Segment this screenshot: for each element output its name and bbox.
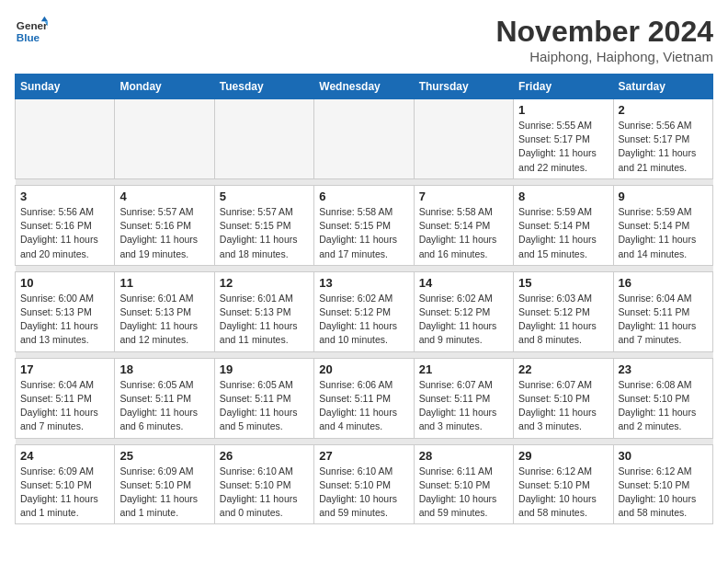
day-cell: 20Sunrise: 6:06 AM Sunset: 5:11 PM Dayli…: [314, 358, 414, 438]
day-number: 13: [319, 276, 408, 290]
weekday-header-sunday: Sunday: [16, 75, 115, 99]
day-number: 24: [20, 449, 109, 463]
title-block: November 2024 Haiphong, Haiphong, Vietna…: [495, 15, 713, 64]
day-number: 19: [220, 362, 309, 376]
day-number: 6: [319, 190, 408, 203]
day-cell: 30Sunrise: 6:12 AM Sunset: 5:10 PM Dayli…: [613, 444, 712, 524]
day-number: 8: [518, 190, 608, 203]
day-cell: 7Sunrise: 5:58 AM Sunset: 5:14 PM Daylig…: [414, 185, 513, 265]
day-number: 28: [419, 449, 508, 463]
day-cell: 25Sunrise: 6:09 AM Sunset: 5:10 PM Dayli…: [115, 444, 214, 524]
day-cell: 4Sunrise: 5:57 AM Sunset: 5:16 PM Daylig…: [115, 185, 214, 265]
day-info: Sunrise: 6:12 AM Sunset: 5:10 PM Dayligh…: [518, 465, 608, 521]
day-cell: 17Sunrise: 6:04 AM Sunset: 5:11 PM Dayli…: [16, 358, 115, 438]
day-number: 11: [119, 276, 209, 290]
day-info: Sunrise: 6:10 AM Sunset: 5:10 PM Dayligh…: [319, 465, 408, 521]
day-number: 1: [518, 103, 608, 117]
day-info: Sunrise: 6:05 AM Sunset: 5:11 PM Dayligh…: [220, 378, 309, 434]
day-number: 26: [220, 449, 309, 463]
week-separator: [16, 265, 713, 271]
day-info: Sunrise: 6:05 AM Sunset: 5:11 PM Dayligh…: [119, 378, 209, 434]
weekday-header-monday: Monday: [115, 75, 214, 99]
day-number: 30: [619, 449, 708, 463]
day-info: Sunrise: 6:03 AM Sunset: 5:12 PM Dayligh…: [518, 292, 608, 348]
day-cell: [414, 99, 513, 179]
week-row-2: 3Sunrise: 5:56 AM Sunset: 5:16 PM Daylig…: [16, 185, 713, 265]
day-info: Sunrise: 5:59 AM Sunset: 5:14 PM Dayligh…: [619, 205, 708, 261]
day-cell: 3Sunrise: 5:56 AM Sunset: 5:16 PM Daylig…: [16, 185, 115, 265]
svg-text:Blue: Blue: [17, 31, 40, 43]
day-info: Sunrise: 6:12 AM Sunset: 5:10 PM Dayligh…: [619, 465, 708, 521]
day-info: Sunrise: 6:09 AM Sunset: 5:10 PM Dayligh…: [20, 465, 109, 521]
day-info: Sunrise: 6:02 AM Sunset: 5:12 PM Dayligh…: [419, 292, 508, 348]
day-info: Sunrise: 6:09 AM Sunset: 5:10 PM Dayligh…: [119, 465, 209, 521]
day-number: 15: [518, 276, 608, 290]
page-header: General Blue November 2024 Haiphong, Hai…: [15, 15, 713, 64]
day-info: Sunrise: 6:02 AM Sunset: 5:12 PM Dayligh…: [319, 292, 408, 348]
week-separator: [16, 178, 713, 185]
day-cell: [115, 99, 214, 179]
day-info: Sunrise: 6:07 AM Sunset: 5:11 PM Dayligh…: [419, 378, 508, 434]
day-cell: 15Sunrise: 6:03 AM Sunset: 5:12 PM Dayli…: [514, 271, 613, 351]
day-cell: 21Sunrise: 6:07 AM Sunset: 5:11 PM Dayli…: [414, 358, 513, 438]
day-cell: 27Sunrise: 6:10 AM Sunset: 5:10 PM Dayli…: [314, 444, 414, 524]
day-number: 5: [220, 190, 309, 203]
week-row-3: 10Sunrise: 6:00 AM Sunset: 5:13 PM Dayli…: [16, 271, 713, 351]
day-cell: 10Sunrise: 6:00 AM Sunset: 5:13 PM Dayli…: [16, 271, 115, 351]
weekday-header-tuesday: Tuesday: [214, 75, 313, 99]
day-info: Sunrise: 6:07 AM Sunset: 5:10 PM Dayligh…: [518, 378, 608, 434]
day-cell: [16, 99, 115, 179]
day-cell: 19Sunrise: 6:05 AM Sunset: 5:11 PM Dayli…: [214, 358, 313, 438]
day-cell: 23Sunrise: 6:08 AM Sunset: 5:10 PM Dayli…: [613, 358, 712, 438]
day-cell: 13Sunrise: 6:02 AM Sunset: 5:12 PM Dayli…: [314, 271, 414, 351]
day-info: Sunrise: 5:55 AM Sunset: 5:17 PM Dayligh…: [518, 119, 608, 175]
month-title: November 2024: [495, 15, 713, 49]
day-number: 12: [220, 276, 309, 290]
calendar-table: SundayMondayTuesdayWednesdayThursdayFrid…: [15, 74, 713, 524]
day-cell: 1Sunrise: 5:55 AM Sunset: 5:17 PM Daylig…: [514, 99, 613, 179]
day-number: 10: [20, 276, 109, 290]
day-cell: [214, 99, 313, 179]
day-number: 27: [319, 449, 408, 463]
day-info: Sunrise: 5:56 AM Sunset: 5:16 PM Dayligh…: [20, 205, 109, 261]
day-cell: 6Sunrise: 5:58 AM Sunset: 5:15 PM Daylig…: [314, 185, 414, 265]
day-cell: 14Sunrise: 6:02 AM Sunset: 5:12 PM Dayli…: [414, 271, 513, 351]
day-number: 20: [319, 362, 408, 376]
week-row-4: 17Sunrise: 6:04 AM Sunset: 5:11 PM Dayli…: [16, 358, 713, 438]
logo-icon: General Blue: [15, 15, 48, 48]
day-cell: 8Sunrise: 5:59 AM Sunset: 5:14 PM Daylig…: [514, 185, 613, 265]
day-number: 3: [20, 190, 109, 203]
day-info: Sunrise: 6:11 AM Sunset: 5:10 PM Dayligh…: [419, 465, 508, 521]
day-number: 9: [619, 190, 708, 203]
day-info: Sunrise: 6:00 AM Sunset: 5:13 PM Dayligh…: [20, 292, 109, 348]
day-info: Sunrise: 5:57 AM Sunset: 5:16 PM Dayligh…: [119, 205, 209, 261]
day-number: 22: [518, 362, 608, 376]
day-info: Sunrise: 5:59 AM Sunset: 5:14 PM Dayligh…: [518, 205, 608, 261]
day-cell: 16Sunrise: 6:04 AM Sunset: 5:11 PM Dayli…: [613, 271, 712, 351]
day-cell: 28Sunrise: 6:11 AM Sunset: 5:10 PM Dayli…: [414, 444, 513, 524]
day-number: 7: [419, 190, 508, 203]
weekday-header-wednesday: Wednesday: [314, 75, 414, 99]
day-number: 25: [119, 449, 209, 463]
week-separator: [16, 351, 713, 358]
day-cell: 11Sunrise: 6:01 AM Sunset: 5:13 PM Dayli…: [115, 271, 214, 351]
day-number: 16: [619, 276, 708, 290]
day-number: 18: [119, 362, 209, 376]
week-row-5: 24Sunrise: 6:09 AM Sunset: 5:10 PM Dayli…: [16, 444, 713, 524]
weekday-header-saturday: Saturday: [613, 75, 712, 99]
day-info: Sunrise: 5:56 AM Sunset: 5:17 PM Dayligh…: [619, 119, 708, 175]
day-info: Sunrise: 5:58 AM Sunset: 5:14 PM Dayligh…: [419, 205, 508, 261]
weekday-header-friday: Friday: [514, 75, 613, 99]
day-cell: 9Sunrise: 5:59 AM Sunset: 5:14 PM Daylig…: [613, 185, 712, 265]
day-info: Sunrise: 6:04 AM Sunset: 5:11 PM Dayligh…: [20, 378, 109, 434]
day-cell: 29Sunrise: 6:12 AM Sunset: 5:10 PM Dayli…: [514, 444, 613, 524]
day-cell: 22Sunrise: 6:07 AM Sunset: 5:10 PM Dayli…: [514, 358, 613, 438]
day-info: Sunrise: 6:04 AM Sunset: 5:11 PM Dayligh…: [619, 292, 708, 348]
day-cell: 18Sunrise: 6:05 AM Sunset: 5:11 PM Dayli…: [115, 358, 214, 438]
logo: General Blue: [15, 15, 48, 48]
day-info: Sunrise: 5:57 AM Sunset: 5:15 PM Dayligh…: [220, 205, 309, 261]
day-info: Sunrise: 6:01 AM Sunset: 5:13 PM Dayligh…: [220, 292, 309, 348]
week-row-1: 1Sunrise: 5:55 AM Sunset: 5:17 PM Daylig…: [16, 99, 713, 179]
day-cell: 2Sunrise: 5:56 AM Sunset: 5:17 PM Daylig…: [613, 99, 712, 179]
day-cell: 5Sunrise: 5:57 AM Sunset: 5:15 PM Daylig…: [214, 185, 313, 265]
